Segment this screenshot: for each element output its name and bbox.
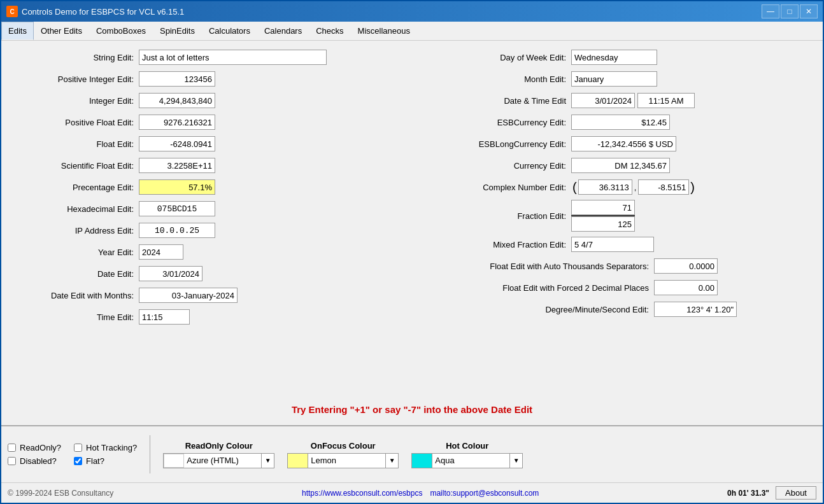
esblongcurrency-label: ESBLongCurrency Edit: (425, 139, 571, 149)
float-label: Float Edit: (11, 139, 139, 149)
checkboxes-left: ReadOnly? Disabled? (8, 443, 61, 466)
esbcurrency-label: ESBCurrency Edit: (425, 118, 571, 127)
disabled-checkbox[interactable] (8, 457, 16, 465)
window-title: Controls Demo for ESBPCS for VCL v6.15.1 (22, 7, 184, 17)
float-decimal-input[interactable] (654, 280, 718, 295)
integer-row: Integer Edit: (11, 92, 399, 109)
menu-other-edits[interactable]: Other Edits (34, 22, 89, 40)
flat-checkbox[interactable] (74, 457, 82, 465)
esbcurrency-row: ESBCurrency Edit: (425, 113, 813, 131)
readonly-colour-select[interactable]: Azure (HTML) ▼ (163, 453, 274, 468)
menu-checks[interactable]: Checks (309, 22, 350, 40)
day-of-week-input[interactable] (571, 50, 657, 65)
esbcurrency-input[interactable] (571, 115, 670, 130)
readonly-checkbox[interactable] (8, 444, 16, 452)
time-row: Time Edit: (11, 308, 399, 326)
datetime-row: Date & Time Edit (425, 92, 813, 109)
hint-text: Try Entering "+1" or say "-7" into the a… (11, 399, 813, 417)
menu-spinedits[interactable]: SpinEdits (153, 22, 202, 40)
menu-calendars[interactable]: Calendars (257, 22, 309, 40)
menu-comboboxes[interactable]: ComboBoxes (89, 22, 153, 40)
menu-calculators[interactable]: Calculators (202, 22, 257, 40)
mixed-fraction-row: Mixed Fraction Edit: (425, 235, 813, 253)
hottracking-checkbox[interactable] (74, 444, 82, 452)
website-link[interactable]: https://www.esbconsult.com/esbpcs (302, 489, 422, 498)
float-thousands-label: Float Edit with Auto Thousands Separator… (425, 262, 654, 271)
hot-colour-label: Hot Colour (446, 441, 488, 451)
string-edit-label: String Edit: (11, 53, 139, 62)
readonly-colour-name: Azure (HTML) (184, 456, 261, 465)
percentage-input[interactable] (139, 179, 215, 195)
readonly-colour-arrow[interactable]: ▼ (261, 454, 274, 468)
fraction-numerator-input[interactable] (571, 200, 635, 215)
esblongcurrency-row: ESBLongCurrency Edit: (425, 135, 813, 153)
right-column: Day of Week Edit: Month Edit: Date & Tim… (412, 48, 813, 399)
degree-input[interactable] (654, 302, 737, 317)
string-edit-input[interactable] (139, 50, 327, 65)
menu-edits[interactable]: Edits (1, 22, 34, 40)
time-label: Time Edit: (11, 312, 139, 322)
time-input[interactable] (139, 309, 190, 325)
open-paren: ( (571, 180, 578, 195)
onfocus-colour-select[interactable]: Lemon ▼ (287, 453, 399, 468)
float-decimal-row: Float Edit with Forced 2 Decimal Places (425, 279, 813, 297)
onfocus-colour-swatch (288, 454, 308, 468)
hot-colour-arrow[interactable]: ▼ (509, 454, 522, 468)
complex-row: Complex Number Edit: ( , ) (425, 178, 813, 196)
positive-integer-label: Positive Integer Edit: (11, 74, 139, 84)
year-input[interactable] (139, 244, 183, 260)
complex-imag-input[interactable] (638, 179, 689, 195)
complex-real-input[interactable] (578, 179, 632, 195)
flat-label: Flat? (86, 456, 104, 466)
percentage-label: Precentage Edit: (11, 183, 139, 192)
float-input[interactable] (139, 136, 215, 151)
divider-1 (150, 435, 150, 473)
currency-row: Currency Edit: (425, 157, 813, 174)
flat-check-row: Flat? (74, 456, 137, 466)
positive-integer-input[interactable] (139, 71, 215, 87)
currency-label: Currency Edit: (425, 161, 571, 171)
datetime-date-input[interactable] (571, 93, 635, 108)
fraction-denominator-input[interactable] (571, 216, 635, 232)
onfocus-colour-arrow[interactable]: ▼ (385, 454, 398, 468)
positive-float-input[interactable] (139, 115, 215, 130)
readonly-colour-swatch (164, 454, 184, 468)
date-input[interactable] (139, 266, 202, 281)
fraction-label: Fraction Edit: (425, 211, 571, 221)
hot-colour-select[interactable]: Aqua ▼ (411, 453, 523, 468)
hexadecimal-row: Hexadecimal Edit: (11, 200, 399, 218)
float-row: Float Edit: (11, 135, 399, 153)
ip-address-label: IP Address Edit: (11, 226, 139, 235)
onfocus-colour-group: OnFocus Colour Lemon ▼ (287, 441, 399, 468)
year-row: Year Edit: (11, 243, 399, 261)
scientific-float-row: Scientific Float Edit: (11, 157, 399, 174)
float-thousands-row: Float Edit with Auto Thousands Separator… (425, 257, 813, 275)
minimize-button[interactable]: — (762, 4, 779, 18)
about-button[interactable]: About (776, 486, 816, 500)
float-thousands-input[interactable] (654, 258, 718, 274)
bottom-bar: ReadOnly? Disabled? Hot Tracking? Flat? … (1, 425, 823, 482)
mixed-fraction-input[interactable] (571, 237, 654, 252)
integer-input[interactable] (139, 93, 215, 108)
hexadecimal-input[interactable] (139, 201, 215, 216)
esblongcurrency-input[interactable] (571, 136, 676, 151)
title-bar: C Controls Demo for ESBPCS for VCL v6.15… (1, 1, 823, 22)
timer-text: 0h 01' 31.3" (727, 489, 769, 498)
date-months-input[interactable] (139, 288, 238, 303)
close-button[interactable]: ✕ (800, 4, 818, 18)
disabled-label: Disabled? (20, 456, 57, 466)
scientific-float-input[interactable] (139, 158, 215, 173)
currency-input[interactable] (571, 158, 670, 173)
menu-miscellaneous[interactable]: Miscellaneous (351, 22, 417, 40)
percentage-row: Precentage Edit: (11, 178, 399, 196)
maximize-button[interactable]: □ (781, 4, 799, 18)
email-link[interactable]: mailto:support@esbconsult.com (430, 489, 539, 498)
date-label: Date Edit: (11, 269, 139, 279)
copyright-text: © 1999-2024 ESB Consultancy (8, 489, 113, 498)
month-input[interactable] (571, 71, 657, 87)
ip-address-input[interactable] (139, 223, 215, 238)
content-area: String Edit: Positive Integer Edit: Inte… (1, 41, 823, 425)
datetime-time-input[interactable] (637, 93, 695, 108)
datetime-label: Date & Time Edit (425, 96, 571, 106)
menu-bar: Edits Other Edits ComboBoxes SpinEdits C… (1, 22, 823, 41)
